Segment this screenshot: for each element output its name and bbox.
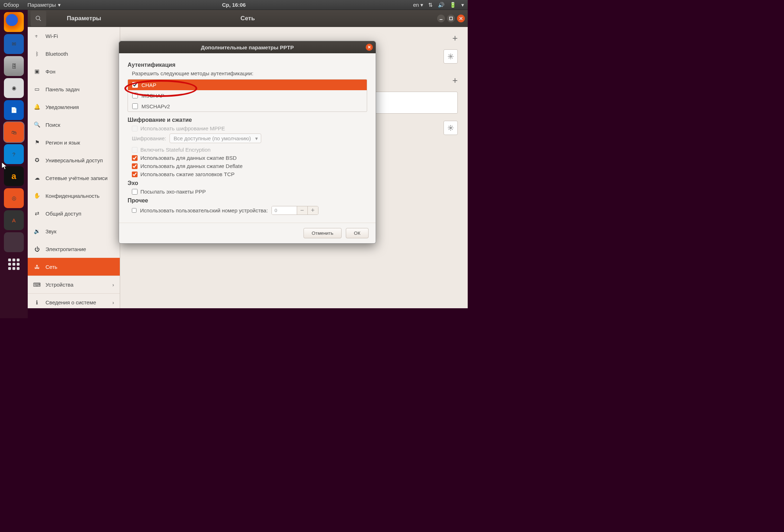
bg-icon: ▣ bbox=[33, 68, 41, 75]
auth-checkbox[interactable] bbox=[132, 93, 138, 98]
sidebar-item-wifi[interactable]: ᯤWi-Fi bbox=[28, 27, 120, 45]
other-section-title: Прочее bbox=[128, 197, 367, 204]
launcher-rhythmbox[interactable]: ◉ bbox=[4, 78, 24, 98]
sidebar-item-label: Wi-Fi bbox=[45, 33, 58, 39]
unit-decrement[interactable]: − bbox=[297, 206, 307, 215]
svg-line-2 bbox=[39, 19, 41, 21]
sidebar-item-power[interactable]: ⏻Электропитание bbox=[28, 240, 120, 258]
auth-subtext: Разрешить следующие методы аутентификаци… bbox=[132, 70, 367, 76]
unit-increment[interactable]: + bbox=[307, 206, 318, 215]
launcher-ubuntu[interactable]: ◎ bbox=[4, 188, 24, 208]
unit-input[interactable] bbox=[272, 206, 297, 215]
deflate-checkbox[interactable]: Использовать для данных сжатие Deflate bbox=[132, 163, 367, 169]
auth-method-label: MSCHAP bbox=[141, 93, 164, 99]
dialog-close-button[interactable]: ✕ bbox=[366, 44, 373, 51]
sidebar-item-online[interactable]: ☁Сетевые учётные записи bbox=[28, 169, 120, 187]
tcp-header-checkbox[interactable]: Использовать сжатие заголовков TCP bbox=[132, 171, 367, 177]
sidebar-item-label: Поиск bbox=[45, 122, 60, 128]
sidebar-item-privacy[interactable]: ✋Конфиденциальность bbox=[28, 187, 120, 205]
tcp-checkbox-input[interactable] bbox=[132, 172, 138, 177]
power-icon: ⏻ bbox=[33, 246, 41, 252]
echo-checkbox-input[interactable] bbox=[132, 189, 138, 195]
connection-settings-button-2[interactable] bbox=[444, 121, 458, 135]
app-menu[interactable]: Параметры ▾ bbox=[25, 2, 61, 8]
sidebar-item-bg[interactable]: ▣Фон bbox=[28, 63, 120, 80]
sidebar-item-label: Регион и язык bbox=[45, 140, 80, 146]
online-icon: ☁ bbox=[33, 175, 41, 181]
auth-checkbox[interactable] bbox=[132, 82, 138, 88]
deflate-checkbox-input[interactable] bbox=[132, 163, 138, 169]
bsd-label: Использовать для данных сжатие BSD bbox=[140, 155, 237, 161]
mppe-checkbox-input[interactable] bbox=[132, 126, 138, 131]
bsd-checkbox-input[interactable] bbox=[132, 155, 138, 161]
auth-methods-list: CHAPMSCHAPMSCHAPv2 bbox=[128, 79, 367, 112]
launcher-item[interactable] bbox=[4, 232, 24, 252]
settings-titlebar: Параметры Сеть bbox=[28, 10, 468, 27]
sidebar-item-bt[interactable]: ᛒBluetooth bbox=[28, 45, 120, 63]
sidebar-item-label: Устройства bbox=[45, 282, 73, 288]
mppe-checkbox[interactable]: Использовать шифрование MPPE bbox=[132, 125, 367, 131]
launcher-software[interactable]: 🛍 bbox=[4, 122, 24, 142]
lang-indicator[interactable]: en ▾ bbox=[413, 2, 423, 8]
sidebar-item-region[interactable]: ⚑Регион и язык bbox=[28, 134, 120, 151]
auth-section-title: Аутентификация bbox=[128, 62, 367, 68]
stateful-checkbox[interactable]: Включить Stateful Encryption bbox=[132, 147, 367, 153]
sidebar-item-a11y[interactable]: ✪Универсальный доступ bbox=[28, 151, 120, 169]
svg-rect-4 bbox=[450, 17, 452, 20]
launcher-files[interactable]: 🗄 bbox=[4, 56, 24, 76]
launcher-updater[interactable]: A bbox=[4, 210, 24, 230]
sidebar-item-label: Сеть bbox=[45, 264, 57, 270]
sidebar-item-dock[interactable]: ▭Панель задач bbox=[28, 80, 120, 98]
sidebar-item-label: Панель задач bbox=[45, 86, 80, 92]
echo-checkbox[interactable]: Посылать эхо-пакеты PPP bbox=[132, 189, 367, 195]
activities-label[interactable]: Обзор bbox=[4, 2, 19, 8]
volume-icon[interactable]: 🔊 bbox=[438, 2, 445, 8]
svg-point-1 bbox=[36, 16, 40, 20]
sidebar-item-label: Универсальный доступ bbox=[45, 157, 103, 163]
sidebar-item-search[interactable]: 🔍Поиск bbox=[28, 116, 120, 134]
dialog-titlebar[interactable]: Дополнительные параметры PPTP ✕ bbox=[119, 41, 376, 53]
svg-point-7 bbox=[450, 56, 452, 58]
cancel-button[interactable]: Отменить bbox=[304, 228, 342, 238]
sidebar-item-info[interactable]: ℹСведения о системе› bbox=[28, 293, 120, 308]
top-menu-bar: Обзор Параметры ▾ Ср, 16:06 en ▾ ⇅ 🔊 🔋 ▾ bbox=[0, 0, 468, 10]
auth-method-chap[interactable]: CHAP bbox=[128, 80, 367, 90]
bsd-checkbox[interactable]: Использовать для данных сжатие BSD bbox=[132, 155, 367, 161]
wifi-icon: ᯤ bbox=[33, 33, 41, 39]
system-menu-icon[interactable]: ▾ bbox=[461, 2, 464, 8]
sidebar-item-net[interactable]: 🖧Сеть bbox=[28, 258, 120, 276]
unit-checkbox[interactable] bbox=[132, 208, 136, 213]
pptp-advanced-dialog: Дополнительные параметры PPTP ✕ Аутентиф… bbox=[119, 41, 376, 244]
launcher-firefox[interactable] bbox=[4, 12, 24, 32]
sidebar-item-sound[interactable]: 🔉Звук bbox=[28, 222, 120, 240]
launcher-writer[interactable]: 📄 bbox=[4, 100, 24, 120]
sidebar-item-share[interactable]: ⇄Общий доступ bbox=[28, 205, 120, 222]
clock[interactable]: Ср, 16:06 bbox=[222, 2, 246, 8]
battery-icon[interactable]: 🔋 bbox=[450, 2, 456, 8]
connection-settings-button[interactable] bbox=[444, 49, 458, 64]
launcher-thunderbird[interactable]: ✉ bbox=[4, 34, 24, 54]
network-icon[interactable]: ⇅ bbox=[428, 2, 433, 8]
info-icon: ℹ bbox=[33, 299, 41, 306]
auth-method-label: MSCHAPv2 bbox=[141, 103, 170, 109]
launcher-show-apps[interactable] bbox=[4, 254, 24, 274]
maximize-button[interactable] bbox=[447, 15, 455, 22]
stateful-checkbox-input[interactable] bbox=[132, 147, 138, 153]
launcher-help[interactable]: ? bbox=[4, 144, 24, 164]
search-button[interactable] bbox=[31, 11, 46, 26]
add-connection-button[interactable]: + bbox=[452, 33, 458, 44]
sidebar-item-dev[interactable]: ⌨Устройства› bbox=[28, 276, 120, 293]
close-button[interactable] bbox=[457, 15, 465, 22]
encryption-combo[interactable]: Все доступные (по умолчанию) bbox=[170, 134, 261, 143]
auth-method-mschapv2[interactable]: MSCHAPv2 bbox=[128, 101, 367, 112]
auth-checkbox[interactable] bbox=[132, 103, 138, 109]
sidebar-item-bell[interactable]: 🔔Уведомления bbox=[28, 98, 120, 116]
sidebar-item-label: Сетевые учётные записи bbox=[45, 175, 108, 181]
settings-title-center: Сеть bbox=[241, 15, 255, 22]
ok-button[interactable]: ОК bbox=[346, 228, 369, 238]
add-connection-button-2[interactable]: + bbox=[452, 75, 458, 86]
minimize-button[interactable] bbox=[437, 15, 445, 22]
auth-method-mschap[interactable]: MSCHAP bbox=[128, 90, 367, 101]
privacy-icon: ✋ bbox=[33, 192, 41, 199]
unit-spinbox[interactable]: − + bbox=[272, 206, 318, 215]
